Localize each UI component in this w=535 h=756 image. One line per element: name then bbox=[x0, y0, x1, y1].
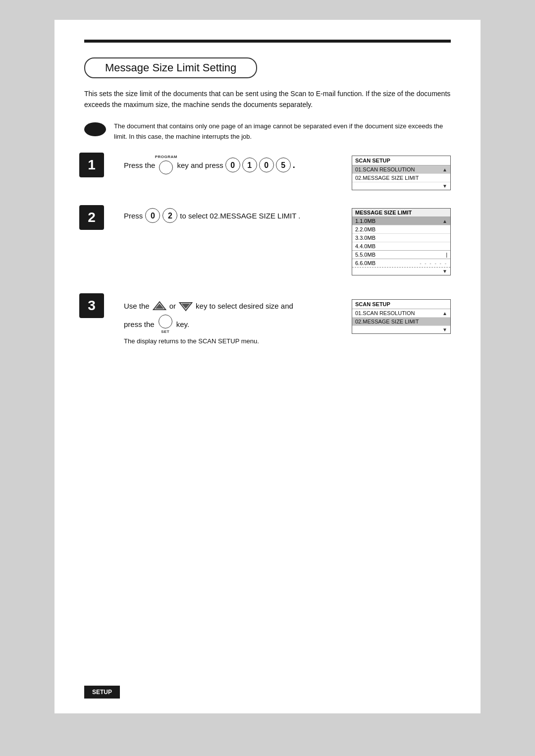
step-2-panel-pipe: | bbox=[446, 252, 447, 258]
step-1-key-2: 0 bbox=[259, 158, 274, 172]
step-1-key-0: 0 bbox=[225, 158, 240, 172]
program-key-circle bbox=[159, 161, 173, 174]
step-2-panel-up-arrow: ▲ bbox=[442, 218, 447, 224]
step-1-panel-row-1-label: 01.SCAN RESOLUTION bbox=[355, 166, 415, 172]
nav-down-key bbox=[178, 300, 194, 313]
step-2-panel-header: MESSAGE SIZE LIMIT bbox=[355, 210, 412, 216]
step-3-number: 3 bbox=[79, 293, 104, 318]
step-1-panel-down-arrow: ▼ bbox=[442, 183, 447, 189]
step-2-key-0: 0 bbox=[145, 208, 160, 223]
nav-down-icon bbox=[178, 299, 194, 313]
step-2-content: Press 0 2 to select 02.MESSAGE SIZE LIMI… bbox=[114, 205, 451, 275]
step-1-panel-row: Press the PROGRAM key and press 0 1 0 5 … bbox=[124, 156, 451, 190]
step-2-instruction: Press 0 2 to select 02.MESSAGE SIZE LIMI… bbox=[124, 208, 342, 223]
step-1-prefix: Press the bbox=[124, 159, 155, 172]
step-1-key-3: 5 bbox=[276, 158, 291, 172]
step-2-prefix: Press bbox=[124, 210, 143, 222]
step-3-panel-label-1: 01.SCAN RESOLUTION bbox=[355, 310, 415, 316]
step-3-line2-prefix: press the bbox=[124, 318, 155, 331]
footer-label: SETUP bbox=[92, 689, 112, 696]
step-1-panel-header: SCAN SETUP bbox=[352, 156, 450, 165]
footer-tab: SETUP bbox=[84, 686, 120, 699]
step-3-panel-row-1: 01.SCAN RESOLUTION ▲ bbox=[352, 309, 450, 318]
step-2-panel-label-2: 2.2.0MB bbox=[355, 226, 375, 232]
step-2-panel-row-6: 6.6.0MB - - - - - - bbox=[352, 259, 450, 267]
section-title-wrapper: Message Size Limit Setting bbox=[84, 57, 257, 78]
step-3-panel-row-2: 02.MESSAGE SIZE LIMIT bbox=[352, 318, 450, 326]
step-3-lines: Use the or bbox=[124, 299, 451, 345]
intro-text: This sets the size limit of the document… bbox=[84, 88, 451, 110]
step-1-panel: SCAN SETUP 01.SCAN RESOLUTION ▲ 02.MESSA… bbox=[352, 156, 451, 190]
step-1-content: Press the PROGRAM key and press 0 1 0 5 … bbox=[114, 153, 451, 190]
step-2-panel: MESSAGE SIZE LIMIT 1.1.0MB ▲ 2.2.0MB 3.3… bbox=[352, 208, 451, 275]
step-3-or: or bbox=[169, 299, 176, 313]
note-oval-icon bbox=[84, 122, 106, 136]
set-key-label: SET bbox=[161, 328, 169, 335]
page-container: Message Size Limit Setting This sets the… bbox=[54, 20, 481, 713]
step-2-suffix: to select 02.MESSAGE SIZE LIMIT . bbox=[180, 210, 300, 222]
section-title: Message Size Limit Setting bbox=[105, 61, 236, 74]
step-3-left: Use the or bbox=[124, 299, 342, 345]
step-3-panel-header: SCAN SETUP bbox=[352, 300, 450, 309]
step-3-line2-suffix: key. bbox=[176, 318, 189, 331]
step-1-middle: key and press bbox=[177, 159, 223, 172]
step-2-number: 2 bbox=[79, 205, 104, 230]
step-2-key-1: 2 bbox=[162, 208, 177, 223]
step-3-panel-label-2: 02.MESSAGE SIZE LIMIT bbox=[355, 319, 419, 324]
steps-area: 1 Press the PROGRAM key and press 0 1 bbox=[84, 153, 451, 345]
step-2-panel-row-5: 5.5.0MB | bbox=[352, 251, 450, 259]
step-2-panel-down-arrow: ▼ bbox=[442, 269, 447, 274]
step-1-panel-bottom: ▼ bbox=[352, 182, 450, 190]
step-3-panel-bottom: ▼ bbox=[352, 326, 450, 333]
step-1-period: . bbox=[293, 158, 295, 173]
step-1-key-1: 1 bbox=[242, 158, 257, 172]
step-2-panel-label-4: 4.4.0MB bbox=[355, 243, 375, 249]
nav-up-icon bbox=[152, 299, 167, 313]
step-3-row: 3 Use the bbox=[84, 293, 451, 345]
set-key-circle bbox=[159, 315, 172, 328]
step-1-panel-row-1-arrow: ▲ bbox=[442, 167, 447, 172]
step-3-line1-prefix: Use the bbox=[124, 299, 150, 313]
top-bar bbox=[84, 40, 451, 43]
step-3-panel-up-arrow: ▲ bbox=[442, 311, 447, 316]
step-3-content: Use the or bbox=[114, 293, 451, 345]
step-2-panel-row-1: 1.1.0MB ▲ bbox=[352, 217, 450, 225]
step-3-panel: SCAN SETUP 01.SCAN RESOLUTION ▲ 02.MESSA… bbox=[352, 299, 451, 334]
step-2-panel-label-6: 6.6.0MB bbox=[355, 260, 375, 266]
return-text: The display returns to the SCAN SETUP me… bbox=[124, 337, 342, 345]
note-block: The document that contains only one page… bbox=[84, 121, 451, 142]
program-key: PROGRAM bbox=[159, 161, 173, 174]
step-2-panel-label-1: 1.1.0MB bbox=[355, 218, 375, 224]
step-2-panel-dashed: - - - - - - bbox=[420, 261, 447, 266]
step-2-row: 2 Press 0 2 to select 02.MESSAGE SIZE LI… bbox=[84, 205, 451, 275]
step-2-panel-header-row: MESSAGE SIZE LIMIT bbox=[352, 209, 450, 217]
step-1-row: 1 Press the PROGRAM key and press 0 1 bbox=[84, 153, 451, 190]
footer-area: SETUP bbox=[84, 686, 451, 699]
step-1-panel-row-1: 01.SCAN RESOLUTION ▲ bbox=[352, 165, 450, 174]
step-2-panel-row-4: 4.4.0MB bbox=[352, 242, 450, 251]
step-2-panel-label-3: 3.3.0MB bbox=[355, 235, 375, 241]
step-2-panel-bottom: ▼ bbox=[352, 267, 450, 275]
step-1-instruction: Press the PROGRAM key and press 0 1 0 5 … bbox=[124, 156, 342, 174]
step-2-panel-row: Press 0 2 to select 02.MESSAGE SIZE LIMI… bbox=[124, 208, 451, 275]
step-2-panel-outer: MESSAGE SIZE LIMIT 1.1.0MB ▲ 2.2.0MB 3.3… bbox=[352, 208, 451, 275]
step-2-panel-label-5: 5.5.0MB bbox=[355, 252, 375, 258]
program-key-label: PROGRAM bbox=[155, 154, 177, 161]
step-2-panel-row-3: 3.3.0MB bbox=[352, 234, 450, 242]
step-3-line1: Use the or bbox=[124, 299, 342, 313]
nav-up-key bbox=[152, 300, 167, 313]
step-1-panel-row-2: 02.MESSAGE SIZE LIMIT bbox=[352, 174, 450, 182]
note-text: The document that contains only one page… bbox=[114, 121, 451, 142]
step-1-number: 1 bbox=[79, 153, 104, 177]
step-2-panel-row-2: 2.2.0MB bbox=[352, 225, 450, 234]
set-key: SET bbox=[159, 315, 172, 328]
step-3-panel-down-arrow: ▼ bbox=[442, 327, 447, 332]
step-3-line1-suffix: key to select desired size and bbox=[196, 299, 293, 313]
step-3-line2: press the SET key. bbox=[124, 315, 342, 333]
step-1-panel-row-2-label: 02.MESSAGE SIZE LIMIT bbox=[355, 175, 419, 181]
